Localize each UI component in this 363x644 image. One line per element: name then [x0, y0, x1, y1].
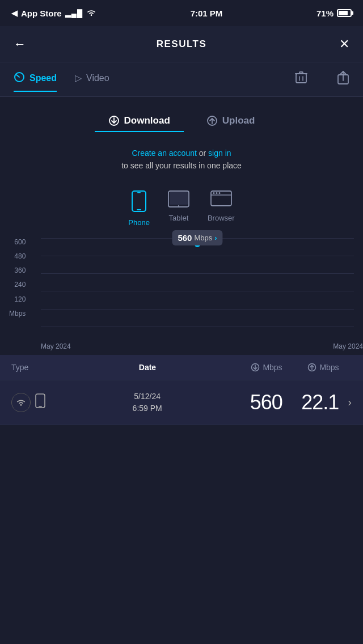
phone-type-icon — [35, 393, 45, 411]
y-label-240: 240 — [14, 281, 26, 289]
row-type-icons — [11, 393, 57, 412]
create-account-link[interactable]: Create an account — [132, 149, 196, 158]
x-label-left: May 2024 — [41, 342, 71, 350]
status-bar: ◀ App Store ▂▄█ 7:01 PM 71% — [0, 0, 363, 26]
or-text: or — [197, 149, 208, 158]
chart-area: 600 480 360 240 120 Mbps 560 — [0, 238, 363, 350]
chart-tooltip[interactable]: 560 Mbps › — [172, 230, 222, 245]
table-row[interactable]: 5/12/24 6:59 PM 560 22.1 › — [0, 380, 363, 425]
row-dl-value: 560 — [238, 391, 294, 414]
svg-line-2 — [16, 75, 19, 77]
status-left: ◀ App Store ▂▄█ — [11, 9, 96, 18]
speed-tab-icon — [14, 71, 25, 85]
chart-container: 600 480 360 240 120 Mbps 560 — [0, 238, 363, 340]
svg-rect-17 — [170, 192, 188, 205]
signal-icon: ▂▄█ — [65, 9, 83, 18]
page-title: RESULTS — [157, 39, 207, 50]
close-button[interactable]: ✕ — [327, 37, 349, 52]
col-dl-label: Mbps — [263, 363, 282, 372]
tab-video[interactable]: ▷ Video — [75, 73, 109, 86]
download-tab[interactable]: Download — [95, 111, 184, 132]
y-label-mbps: Mbps — [9, 310, 26, 317]
share-button[interactable] — [337, 70, 349, 88]
grid-line-2 — [41, 256, 354, 256]
svg-rect-13 — [132, 191, 146, 211]
tooltip-unit: Mbps — [194, 234, 212, 242]
bottom-area — [0, 425, 363, 539]
status-time: 7:01 PM — [191, 9, 223, 18]
col-type-header: Type — [11, 363, 57, 372]
back-button[interactable]: ← — [14, 37, 36, 52]
grid-line-5 — [41, 309, 354, 310]
y-label-480: 480 — [14, 252, 26, 260]
svg-point-22 — [216, 192, 217, 194]
back-arrow-status: ◀ — [11, 9, 18, 18]
sign-in-link[interactable]: sign in — [208, 149, 231, 158]
video-tab-icon: ▷ — [75, 73, 82, 83]
row-date: 5/12/24 6:59 PM — [57, 391, 238, 414]
col-date-header: Date — [57, 363, 238, 372]
account-prompt: Create an account or sign in to see all … — [0, 138, 363, 184]
upload-tab-label: Upload — [222, 115, 255, 126]
y-label-360: 360 — [14, 266, 26, 274]
chart-x-labels: May 2024 May 2024 — [0, 340, 363, 350]
row-date-line2: 6:59 PM — [57, 402, 238, 414]
row-date-line1: 5/12/24 — [57, 391, 238, 402]
grid-line-4 — [41, 291, 354, 291]
tablet-device-icon — [168, 190, 189, 209]
wifi-type-icon — [11, 393, 31, 412]
device-tablet[interactable]: Tablet — [168, 190, 189, 227]
device-phone[interactable]: Phone — [128, 190, 150, 227]
wifi-icon — [86, 9, 96, 18]
grid-line-6 — [41, 327, 354, 327]
battery-icon — [337, 9, 352, 17]
svg-rect-15 — [137, 192, 141, 193]
battery-pct: 71% — [316, 9, 334, 18]
phone-device-label: Phone — [128, 218, 150, 227]
tab-bar: Speed ▷ Video — [0, 62, 363, 96]
col-ul-label: Mbps — [319, 363, 339, 372]
x-label-right: May 2024 — [333, 342, 363, 350]
svg-rect-29 — [36, 394, 45, 408]
device-browser[interactable]: Browser — [208, 190, 235, 227]
tablet-device-label: Tablet — [169, 214, 189, 222]
table-header: Type Date Mbps Mbps — [0, 355, 363, 380]
main-content: Download Upload Create an account or sig… — [0, 97, 363, 425]
col-ul-header: Mbps — [295, 363, 352, 372]
svg-rect-30 — [39, 406, 42, 407]
video-tab-label: Video — [86, 73, 109, 83]
dl-ul-toggle: Download Upload — [0, 97, 363, 138]
speed-tab-label: Speed — [29, 73, 57, 83]
svg-point-21 — [213, 192, 214, 194]
browser-device-icon — [210, 190, 232, 209]
carrier-label: App Store — [21, 9, 62, 18]
svg-point-23 — [218, 192, 220, 194]
delete-button[interactable] — [295, 71, 307, 87]
results-table: Type Date Mbps Mbps — [0, 355, 363, 425]
upload-tab[interactable]: Upload — [193, 111, 269, 132]
svg-rect-3 — [296, 74, 306, 83]
col-dl-header: Mbps — [238, 363, 295, 372]
grid-line-3 — [41, 273, 354, 274]
svg-point-28 — [20, 404, 22, 406]
phone-device-icon — [131, 190, 147, 214]
status-right: 71% — [316, 9, 352, 18]
y-label-120: 120 — [14, 295, 26, 303]
svg-point-0 — [91, 14, 92, 16]
tooltip-chevron-icon: › — [214, 234, 217, 242]
chart-inner: 560 Mbps › — [41, 238, 354, 327]
download-tab-label: Download — [124, 115, 170, 126]
y-label-600: 600 — [14, 238, 26, 246]
tooltip-value: 560 — [178, 233, 192, 243]
row-detail-chevron-icon[interactable]: › — [348, 396, 352, 409]
header: ← RESULTS ✕ — [0, 26, 363, 62]
account-prompt-line2: to see all your results in one place — [18, 159, 345, 172]
browser-device-label: Browser — [208, 214, 235, 222]
tab-speed[interactable]: Speed — [14, 71, 57, 87]
svg-rect-14 — [137, 209, 141, 210]
chart-y-labels: 600 480 360 240 120 Mbps — [9, 238, 26, 317]
row-ul-value: 22.1 — [294, 391, 345, 414]
svg-point-18 — [178, 205, 179, 206]
